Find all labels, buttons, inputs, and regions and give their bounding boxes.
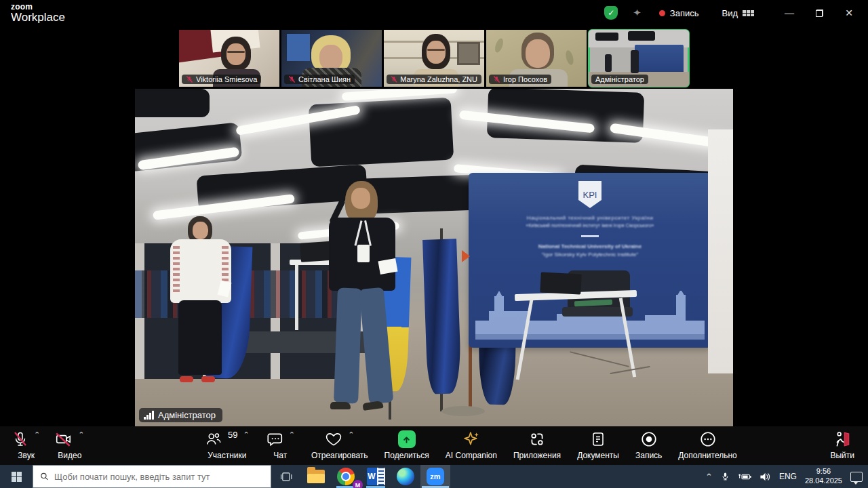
muted-mic-icon (493, 75, 500, 83)
react-label: Отреагировать (311, 451, 368, 460)
minimize-button[interactable]: — (774, 0, 804, 26)
speaker-icon[interactable] (760, 472, 771, 482)
word-taskbar-icon[interactable]: W (361, 465, 391, 488)
participant-tile-active-speaker[interactable]: Адміністратор (589, 30, 689, 87)
apps-button[interactable]: Приложения (511, 430, 564, 461)
participant-tile[interactable]: Світлана Шиян (281, 30, 382, 87)
participant-figure (631, 50, 639, 73)
titlebar-controls: ✓ ✦ Запись Вид — ✕ (604, 0, 864, 26)
participant-tile[interactable]: Maryna Zaluzhna, ZNU (384, 30, 484, 87)
battery-power-icon[interactable] (738, 472, 751, 481)
folder-icon (307, 470, 325, 483)
more-ellipsis-icon (699, 430, 717, 448)
participant-name: Viktoriia Smiesova (196, 75, 257, 83)
participant-name-badge: Viktoriia Smiesova (182, 75, 261, 84)
thumb-bg-decor (595, 33, 618, 41)
speaker-man-figure (313, 181, 414, 422)
video-button[interactable]: ⌃ Видео (52, 430, 87, 461)
audio-button[interactable]: ⌃ Звук (9, 430, 43, 461)
word-icon: W (367, 468, 385, 485)
recording-indicator: Запись (659, 8, 699, 18)
word-letter: W (367, 468, 377, 485)
participant-figure (427, 41, 446, 64)
task-view-button[interactable] (271, 465, 301, 488)
participant-figure (526, 39, 550, 68)
tray-mic-icon[interactable] (721, 471, 730, 482)
muted-mic-icon (186, 75, 193, 83)
red-shoe (180, 376, 193, 382)
woman-face (193, 222, 208, 239)
system-tray: ⌃ ENG 9:56 28.04.2025 (705, 465, 868, 488)
participants-button[interactable]: 59 ⌃ Участники (202, 430, 252, 461)
file-explorer-taskbar-icon[interactable] (301, 465, 331, 488)
chat-button[interactable]: ⌃ Чат (263, 430, 298, 461)
restore-button[interactable] (804, 0, 834, 26)
language-indicator[interactable]: ENG (779, 472, 797, 481)
chat-options-chevron[interactable]: ⌃ (289, 431, 295, 438)
security-shield-icon[interactable]: ✓ (604, 6, 618, 20)
muted-mic-icon (391, 75, 397, 83)
man-face (351, 188, 370, 209)
thumb-bg-decor (564, 49, 574, 66)
view-button[interactable]: Вид (722, 8, 754, 18)
participant-name-badge: Світлана Шиян (284, 75, 355, 84)
react-options-chevron[interactable]: ⌃ (348, 431, 354, 438)
workplace-logo-text: Workplace (11, 12, 65, 24)
university-backdrop-banner: KPI Національний технічний університет У… (469, 173, 711, 348)
participants-count: 59 (228, 430, 237, 440)
video-options-chevron[interactable]: ⌃ (78, 431, 84, 438)
participant-tile[interactable]: Ігор Посохов (486, 30, 587, 87)
zoom-taskbar-icon[interactable]: zm (420, 465, 450, 488)
man-jeans-leg (359, 287, 394, 404)
recording-label: Запись (670, 8, 699, 18)
more-label: Дополнительно (678, 451, 736, 460)
ai-companion-button[interactable]: AI Companion (443, 430, 500, 461)
participant-figure (319, 45, 342, 70)
task-view-icon (281, 472, 292, 482)
participant-name-badge: Maryna Zaluzhna, ZNU (387, 75, 481, 84)
thumb-bg-decor (635, 45, 684, 73)
network-signal-icon (144, 411, 154, 420)
woman-pants (178, 300, 222, 375)
record-button[interactable]: Запись (633, 430, 665, 461)
record-icon (640, 430, 658, 448)
table-leg (295, 265, 298, 330)
more-button[interactable]: Дополнительно (675, 430, 739, 461)
main-video-feed[interactable]: KPI Національний технічний університет У… (135, 89, 733, 426)
participants-label: Участники (208, 451, 246, 460)
embroidery-decor (173, 246, 180, 293)
clock[interactable]: 9:56 28.04.2025 (805, 467, 842, 486)
banner-text-en: National Technical University of Ukraine (469, 243, 711, 249)
active-speaker-badge: Адміністратор (139, 408, 222, 422)
share-screen-button[interactable]: Поделиться (382, 430, 432, 461)
toolbar-right-group: Выйти (827, 430, 857, 461)
react-button[interactable]: ⌃ Отреагировать (309, 430, 371, 461)
participant-filmstrip: Viktoriia Smiesova Світлана Шиян Maryna (0, 30, 868, 87)
document-icon (590, 430, 606, 448)
participant-name: Maryna Zaluzhna, ZNU (400, 75, 477, 83)
documents-label: Документы (577, 451, 619, 460)
red-shoe (201, 376, 215, 382)
active-speaker-name: Адміністратор (158, 410, 216, 420)
chrome-taskbar-icon[interactable]: M (331, 465, 361, 488)
leave-meeting-button[interactable]: Выйти (827, 430, 857, 461)
start-button[interactable] (0, 465, 33, 488)
windows-taskbar: M W zm ⌃ ENG 9:56 28.04.2025 (0, 465, 868, 488)
close-button[interactable]: ✕ (834, 0, 864, 26)
audio-options-chevron[interactable]: ⌃ (34, 431, 40, 438)
view-label: Вид (722, 8, 738, 18)
toolbar-left-group: ⌃ Звук ⌃ Видео (9, 430, 87, 461)
edge-taskbar-icon[interactable] (391, 465, 420, 488)
ai-sparkle-icon[interactable]: ✦ (633, 7, 642, 19)
participant-tile[interactable]: Viktoriia Smiesova (179, 30, 279, 87)
banner-text-en: “Igor Sikorsky Kyiv Polytechnic Institut… (469, 251, 711, 258)
zoom-workplace-logo: zoom Workplace (11, 3, 65, 23)
participants-options-chevron[interactable]: ⌃ (243, 431, 249, 438)
action-center-icon[interactable] (850, 472, 863, 482)
tray-expand-chevron[interactable]: ⌃ (705, 472, 713, 482)
participant-figure (226, 43, 245, 65)
documents-button[interactable]: Документы (574, 430, 622, 461)
search-input[interactable] (54, 472, 264, 482)
taskbar-search[interactable] (33, 465, 271, 488)
gallery-view-icon (743, 10, 754, 16)
